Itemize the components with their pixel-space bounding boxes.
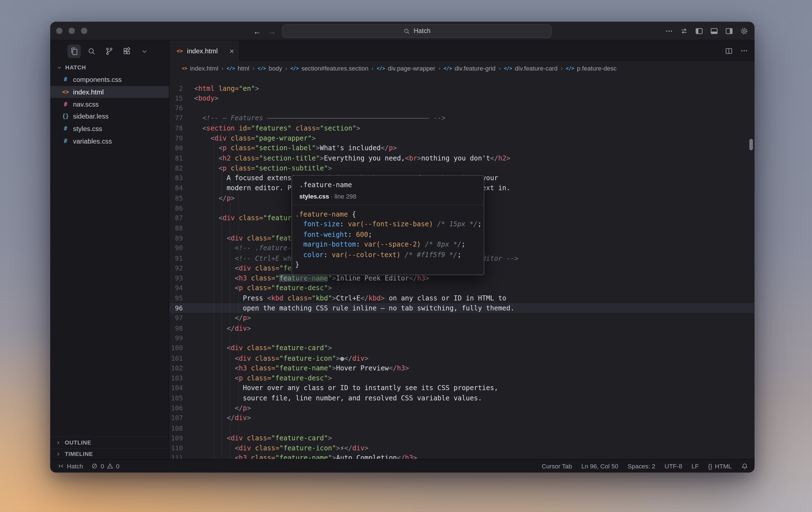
- customize-layout-icon[interactable]: [680, 27, 688, 35]
- zoom-window-button[interactable]: [81, 27, 87, 34]
- language-mode-status[interactable]: {} HTML: [708, 462, 732, 470]
- breadcrumb-label: div.feature-grid: [455, 65, 496, 72]
- explorer-section-header[interactable]: HATCH: [50, 61, 169, 74]
- code-line-106[interactable]: 106 </p>: [169, 403, 755, 413]
- nav-back-button[interactable]: ←: [253, 27, 261, 35]
- activity-source-control-button[interactable]: [103, 45, 116, 58]
- editor-more-actions-icon[interactable]: [740, 47, 749, 55]
- code-line-105[interactable]: 105 source file, line number, and resolv…: [169, 393, 755, 403]
- file-item-styles.css[interactable]: #styles.css: [50, 123, 169, 135]
- activity-search-button[interactable]: [85, 45, 98, 58]
- file-name: index.html: [73, 88, 104, 96]
- breadcrumb-separator: ›: [560, 65, 562, 72]
- popup-file-name[interactable]: styles.css: [299, 193, 329, 200]
- indent-guide: [214, 121, 214, 459]
- notifications-bell-icon[interactable]: [741, 462, 748, 470]
- code-line-107[interactable]: 107 </div>: [169, 413, 755, 423]
- line-content: <p class="feature-desc">: [194, 373, 755, 383]
- code-line-103[interactable]: 103 <p class="feature-desc">: [169, 373, 755, 383]
- settings-gear-icon[interactable]: [740, 27, 749, 35]
- toggle-panel-icon[interactable]: [710, 27, 718, 35]
- file-name: components.css: [73, 76, 121, 84]
- file-item-sidebar.less[interactable]: {}sidebar.less: [50, 111, 169, 123]
- tab-index-html[interactable]: <> index.html ×: [169, 40, 240, 61]
- split-editor-icon[interactable]: [725, 47, 733, 55]
- encoding-status[interactable]: UTF-8: [665, 462, 682, 470]
- code-line-15[interactable]: 15<body>: [169, 93, 755, 103]
- code-line-97[interactable]: 97 </p>: [169, 313, 755, 323]
- line-content: [194, 103, 755, 113]
- nav-forward-button[interactable]: →: [268, 27, 276, 35]
- indentation-status[interactable]: Spaces: 2: [628, 462, 656, 470]
- file-item-variables.css[interactable]: #variables.css: [50, 135, 169, 147]
- code-line-79[interactable]: 79 <div class="page-wrapper">: [169, 133, 755, 143]
- file-item-index.html[interactable]: <>index.html: [50, 86, 169, 98]
- line-number: 88: [169, 223, 194, 233]
- activity-more-chevron-icon[interactable]: [138, 45, 151, 58]
- search-icon: [403, 28, 410, 34]
- titlebar[interactable]: ← → Hatch: [50, 22, 755, 40]
- breadcrumb-item[interactable]: </>section#features.section: [290, 65, 368, 72]
- breadcrumb-item[interactable]: </>body: [258, 65, 282, 72]
- code-line-109[interactable]: 109 <div class="feature-card">: [169, 433, 755, 443]
- breadcrumb-item[interactable]: </>html: [227, 65, 249, 72]
- activity-extensions-button[interactable]: [120, 45, 134, 58]
- line-number: 107: [169, 413, 194, 423]
- problems-indicator[interactable]: 0 0: [91, 462, 119, 470]
- line-number: 79: [169, 133, 194, 143]
- code-line-78[interactable]: 78 <section id="features" class="section…: [169, 123, 755, 133]
- code-line-102[interactable]: 102 <h3 class="feature-name">Hover Previ…: [169, 363, 755, 373]
- close-window-button[interactable]: [56, 27, 63, 34]
- code-line-76[interactable]: 76: [169, 103, 755, 113]
- line-content: [194, 423, 755, 433]
- file-item-components.css[interactable]: #components.css: [50, 74, 169, 86]
- code-line-96[interactable]: 96 open the matching CSS rule inline — n…: [169, 303, 755, 313]
- breadcrumb-item[interactable]: </>p.feature-desc: [566, 65, 617, 72]
- code-line-104[interactable]: 104 Hover over any class or ID to instan…: [169, 383, 755, 393]
- code-line-99[interactable]: 99: [169, 333, 755, 343]
- breadcrumb-label: html: [237, 65, 249, 72]
- toggle-primary-sidebar-icon[interactable]: [695, 27, 703, 35]
- code-line-110[interactable]: 110 <div class="feature-icon">⚡</div>: [169, 443, 755, 453]
- popup-file-link[interactable]: styles.css · line 298: [292, 191, 484, 205]
- code-line-108[interactable]: 108: [169, 423, 755, 433]
- code-line-77[interactable]: 77 <!-- — Features —————————————————————…: [169, 113, 755, 123]
- breadcrumb-item[interactable]: </>div.feature-grid: [443, 65, 495, 72]
- minimize-window-button[interactable]: [68, 27, 75, 34]
- line-content: <h2 class="section-title">Everything you…: [194, 153, 755, 163]
- code-line-94[interactable]: 94 <p class="feature-desc">: [169, 283, 755, 293]
- code-line-82[interactable]: 82 <p class="section-subtitle">: [169, 163, 755, 173]
- toggle-secondary-sidebar-icon[interactable]: [725, 27, 733, 35]
- code-line-81[interactable]: 81 <h2 class="section-title">Everything …: [169, 153, 755, 163]
- breadcrumb-item[interactable]: <>index.html: [182, 65, 219, 72]
- cursor-position-status[interactable]: Ln 96, Col 50: [581, 462, 618, 470]
- eol-status[interactable]: LF: [692, 462, 699, 470]
- breadcrumb-label: body: [269, 65, 282, 72]
- cursor-tab-status[interactable]: Cursor Tab: [542, 462, 572, 470]
- element-symbol-icon: </>: [290, 66, 299, 71]
- code-line-101[interactable]: 101 <div class="feature-icon">●</div>: [169, 353, 755, 363]
- sidebar-panel-outline[interactable]: OUTLINE: [50, 436, 169, 448]
- overflow-menu-icon[interactable]: [665, 27, 673, 35]
- code-line-80[interactable]: 80 <p class="section-label">What's inclu…: [169, 143, 755, 153]
- command-center-search[interactable]: Hatch: [282, 24, 551, 38]
- code-line-98[interactable]: 98 </div>: [169, 323, 755, 333]
- code-line-2[interactable]: 2<html lang="en">: [169, 83, 755, 93]
- explorer-section-label: HATCH: [65, 64, 86, 70]
- popup-css-code: .feature-name { font-size: var(--font-si…: [292, 205, 484, 275]
- editor-scrollbar-thumb[interactable]: [749, 139, 753, 150]
- breadcrumb-item[interactable]: </>div.page-wrapper: [377, 65, 435, 72]
- breadcrumb-label: div.feature-card: [515, 65, 557, 72]
- tab-close-icon[interactable]: ×: [230, 46, 234, 55]
- code-line-100[interactable]: 100 <div class="feature-card">: [169, 343, 755, 353]
- code-line-95[interactable]: 95 Press <kbd class="kbd">Ctrl+E</kbd> o…: [169, 293, 755, 303]
- activity-explorer-button[interactable]: [67, 45, 81, 58]
- sidebar-panel-timeline[interactable]: TIMELINE: [50, 448, 169, 459]
- remote-indicator[interactable]: Hatch: [57, 462, 83, 470]
- code-line-111[interactable]: 111 <h3 class="feature-name">Auto Comple…: [169, 453, 755, 459]
- breadcrumb-item[interactable]: </>div.feature-card: [504, 65, 558, 72]
- breadcrumb-label: div.page-wrapper: [388, 65, 435, 72]
- line-number: 77: [169, 113, 194, 123]
- file-item-nav.scss[interactable]: #nav.scss: [50, 98, 169, 110]
- file-type-icon: #: [62, 76, 69, 83]
